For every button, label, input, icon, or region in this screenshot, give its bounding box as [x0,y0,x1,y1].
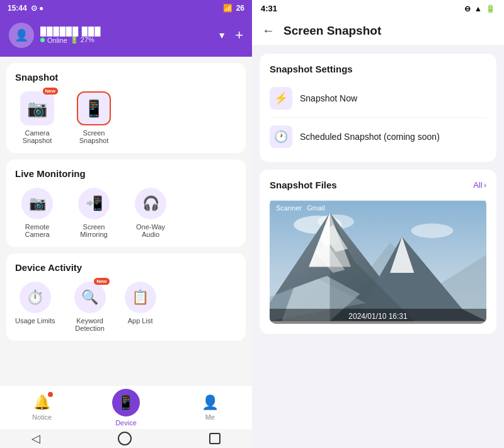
audio-emoji: 🎧 [142,195,159,212]
status-icons: ⊙ ● [31,4,44,13]
usage-limits-button[interactable]: ⏱️ Usage Limits [15,282,55,325]
keyword-detection-icon: 🔍 New [74,282,106,313]
usage-limits-label: Usage Limits [15,317,55,325]
screen-mirroring-icon: 📲 [78,188,110,219]
device-activity-items: ⏱️ Usage Limits 🔍 New Keyword Detection … [15,282,237,332]
snapshot-now-label: Snapshot Now [300,93,357,103]
screen-snapshot-icon: 📱 [84,99,104,118]
mountain-image [270,198,486,324]
username: ██████ ███ [40,26,101,36]
device-icon-circle: 📱 [112,389,140,416]
right-header: ← Screen Snapshot [252,17,504,46]
app-list-icon: 📋 [125,282,156,313]
snapshot-now-icon: ⚡ [270,87,292,110]
screen-snapshot-label: Screen Snapshot [72,129,116,144]
snapshot-card: Snapshot 📷 New Camera Snapshot 📱 Screen … [6,63,246,153]
nav-me[interactable]: 👤 Me [168,389,252,426]
user-details: ██████ ███ Online 🔋 27% [40,26,101,44]
files-header: Snapshot Files All › [270,180,486,190]
battery-display: 🔋 27% [70,36,94,44]
left-panel: 15:44 ⊙ ● 📶 26 👤 ██████ ███ Online 🔋 27% [0,0,252,448]
status-left: 15:44 ⊙ ● [8,4,43,13]
remote-camera-button[interactable]: 📷 Remote Camera [15,188,59,238]
status-right: 📶 26 [223,4,244,13]
me-label: Me [205,413,215,421]
snapshot-thumbnail[interactable]: Scanner Gmail 2024/01/10 16:31 [270,198,486,324]
snapshot-items: 📷 New Camera Snapshot 📱 Screen Snapshot [15,91,237,144]
live-monitoring-items: 📷 Remote Camera 📲 Screen Mirroring 🎧 One… [15,188,237,238]
remote-camera-label: Remote Camera [15,223,59,238]
camera-snapshot-label: Camera Snapshot [15,129,59,144]
snapshot-files-title: Snapshot Files [270,180,337,190]
right-time: 4:31 [261,4,277,13]
header-actions[interactable]: ▼ + [217,27,243,43]
device-activity-title: Device Activity [15,262,237,273]
me-icon: 👤 [202,394,219,411]
timestamp: 2024/01/10 16:31 [348,312,407,321]
scheduled-snapshot-icon: 🕐 [270,125,292,148]
all-files-link[interactable]: All › [473,180,486,190]
online-status: Online 🔋 27% [40,36,101,44]
user-info: 👤 ██████ ███ Online 🔋 27% [9,23,101,48]
right-status-icons: ⊖ ▲ 🔋 [464,4,495,13]
notice-icon: 🔔 [33,394,50,411]
home-button[interactable] [118,432,132,445]
chevron-right-icon: › [484,180,486,190]
scheduled-snapshot-option[interactable]: 🕐 Scheduled Snapshot (coming soon) [270,117,486,152]
signal-icon: 📶 [223,4,232,13]
live-monitoring-title: Live Monitoring [15,168,237,179]
screen-snapshot-icon-box: 📱 [77,91,111,125]
snapshot-files-card: Snapshot Files All › [260,169,496,334]
status-label: Online [47,37,67,44]
bottom-nav: 🔔 Notice 📱 Device 👤 Me [0,385,252,429]
nav-device[interactable]: 📱 Device [84,384,168,432]
keyword-badge: New [94,278,109,285]
remote-camera-emoji: 📷 [29,195,46,212]
scanner-label: Scanner [276,204,302,212]
right-page-title: Screen Snapshot [284,24,381,38]
svg-point-3 [411,224,454,238]
dropdown-arrow[interactable]: ▼ [217,30,226,40]
right-signal-icon: ⊖ [464,4,471,13]
back-button[interactable]: ← [262,23,275,38]
usage-emoji: ⏱️ [26,289,43,306]
device-activity-card: Device Activity ⏱️ Usage Limits 🔍 New Ke… [6,253,246,341]
camera-snapshot-badge: New [43,88,58,95]
back-gesture[interactable]: ◁ [32,432,40,445]
device-icon: 📱 [117,394,134,411]
camera-snapshot-button[interactable]: 📷 New Camera Snapshot [15,91,59,144]
left-content: Snapshot 📷 New Camera Snapshot 📱 Screen … [0,57,252,385]
snapshot-now-option[interactable]: ⚡ Snapshot Now [270,83,486,113]
scheduled-snapshot-label: Scheduled Snapshot (coming soon) [300,132,440,142]
keyword-detection-button[interactable]: 🔍 New Keyword Detection [68,282,112,332]
left-header: 👤 ██████ ███ Online 🔋 27% ▼ + [0,16,252,57]
nav-notice[interactable]: 🔔 Notice [0,389,84,426]
time-display: 15:44 [8,4,27,13]
camera-snapshot-icon-box: 📷 New [20,91,54,125]
one-way-audio-label: One-Way Audio [129,223,173,238]
one-way-audio-icon: 🎧 [135,188,166,219]
thumbnail-labels: Scanner Gmail [270,204,486,212]
timestamp-bar: 2024/01/10 16:31 [270,309,486,324]
notice-badge [48,392,53,397]
snapshot-settings-card: Snapshot Settings ⚡ Snapshot Now 🕐 Sched… [260,54,496,162]
recents-button[interactable] [209,433,220,444]
home-indicator: ◁ [0,429,252,448]
screen-snapshot-button[interactable]: 📱 Screen Snapshot [72,91,116,144]
battery-level: 26 [236,4,244,13]
one-way-audio-button[interactable]: 🎧 One-Way Audio [129,188,173,238]
app-list-button[interactable]: 📋 App List [125,282,156,325]
app-list-emoji: 📋 [132,289,149,306]
screen-mirroring-button[interactable]: 📲 Screen Mirroring [72,188,116,238]
left-status-bar: 15:44 ⊙ ● 📶 26 [0,0,252,16]
notice-label: Notice [32,413,52,421]
remote-camera-icon: 📷 [21,188,53,219]
right-content: Snapshot Settings ⚡ Snapshot Now 🕐 Sched… [252,46,504,448]
add-button[interactable]: + [235,27,243,43]
right-panel: 4:31 ⊖ ▲ 🔋 ← Screen Snapshot Snapshot Se… [252,0,504,448]
snapshot-title: Snapshot [15,72,237,83]
gmail-label: Gmail [307,204,325,212]
camera-snapshot-icon: 📷 [27,99,47,118]
app-list-label: App List [128,317,153,325]
screen-mirroring-emoji: 📲 [86,195,103,212]
